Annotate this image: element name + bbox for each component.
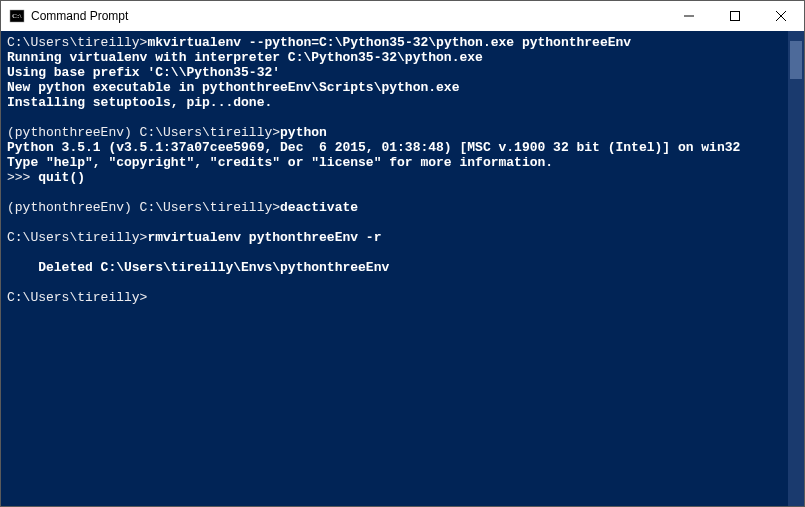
terminal-line: (pythonthreeEnv) C:\Users\tireilly>pytho… (7, 125, 782, 140)
terminal-line (7, 110, 782, 125)
scrollbar-thumb[interactable] (790, 41, 802, 79)
terminal-line (7, 185, 782, 200)
terminal-line: (pythonthreeEnv) C:\Users\tireilly>deact… (7, 200, 782, 215)
terminal-line: Type "help", "copyright", "credits" or "… (7, 155, 782, 170)
terminal-line (7, 275, 782, 290)
close-button[interactable] (758, 1, 804, 31)
terminal-line: Installing setuptools, pip...done. (7, 95, 782, 110)
minimize-button[interactable] (666, 1, 712, 31)
terminal-line: C:\Users\tireilly>mkvirtualenv --python=… (7, 35, 782, 50)
terminal-line: >>> quit() (7, 170, 782, 185)
terminal-line: New python executable in pythonthreeEnv\… (7, 80, 782, 95)
terminal-line: Using base prefix 'C:\\Python35-32' (7, 65, 782, 80)
terminal-line: Deleted C:\Users\tireilly\Envs\pythonthr… (7, 260, 782, 275)
svg-text:C:\: C:\ (12, 12, 22, 20)
client-area: C:\Users\tireilly>mkvirtualenv --python=… (1, 31, 804, 506)
terminal-line: C:\Users\tireilly> (7, 290, 782, 305)
titlebar[interactable]: C:\ Command Prompt (1, 1, 804, 31)
terminal-line (7, 245, 782, 260)
terminal-line: Running virtualenv with interpreter C:\P… (7, 50, 782, 65)
svg-rect-3 (731, 12, 740, 21)
cmd-icon: C:\ (9, 8, 25, 24)
window-title: Command Prompt (31, 9, 666, 23)
terminal-line: C:\Users\tireilly>rmvirtualenv pythonthr… (7, 230, 782, 245)
window-frame: C:\ Command Prompt C:\Users\tireilly>mkv… (0, 0, 805, 507)
terminal-line: Python 3.5.1 (v3.5.1:37a07cee5969, Dec 6… (7, 140, 782, 155)
scrollbar-track[interactable] (788, 31, 804, 506)
terminal-output[interactable]: C:\Users\tireilly>mkvirtualenv --python=… (1, 31, 788, 506)
terminal-line (7, 215, 782, 230)
window-controls (666, 1, 804, 31)
maximize-button[interactable] (712, 1, 758, 31)
